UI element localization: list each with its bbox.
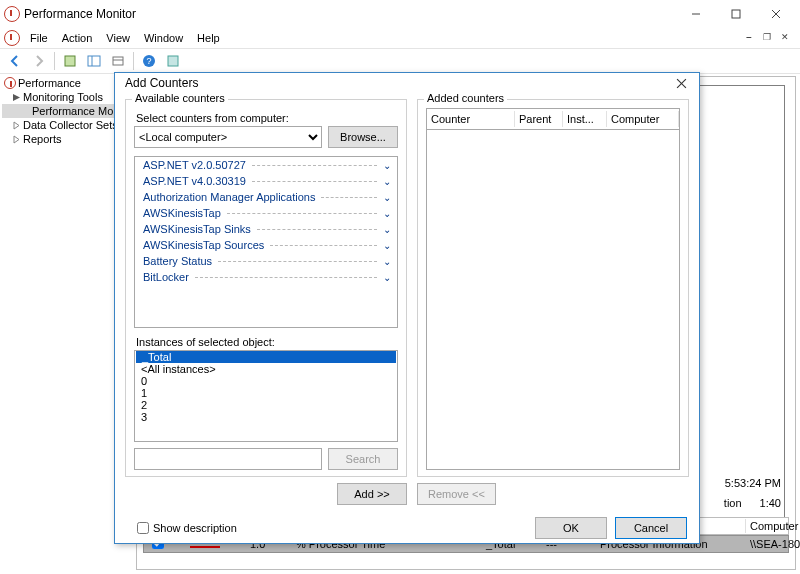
meta-row: tion1:40 [724,497,781,509]
window-controls [676,4,796,24]
collapse-icon[interactable] [12,93,21,102]
chart-area[interactable] [147,85,785,530]
extras-button[interactable] [162,50,184,72]
color-swatch [190,546,220,548]
counter-legend-table[interactable]: Show Color Scale Counter Instance Parent… [143,517,789,565]
svg-rect-7 [113,57,123,65]
action-button[interactable] [59,50,81,72]
menu-action[interactable]: Action [56,30,99,46]
tree-label: Reports [23,133,62,145]
svg-rect-11 [168,56,178,66]
table-row[interactable]: 1.0 % Processor Time _Total --- Processo… [143,535,789,553]
window-minimize[interactable] [676,4,716,24]
panel-button[interactable] [83,50,105,72]
svg-rect-1 [732,10,740,18]
properties-button[interactable] [107,50,129,72]
mdi-restore[interactable]: ❐ [758,29,776,45]
app-icon [4,6,20,22]
expand-icon[interactable] [12,121,21,130]
svg-text:?: ? [146,56,151,66]
help-button[interactable]: ? [138,50,160,72]
menu-window[interactable]: Window [138,30,189,46]
window-title: Performance Monitor [24,7,136,21]
tree-monitoring-tools[interactable]: Monitoring Tools [2,90,134,104]
menu-help[interactable]: Help [191,30,226,46]
app-icon-small [4,30,20,46]
tree-performance[interactable]: Performance [2,76,134,90]
svg-rect-4 [65,56,75,66]
svg-rect-5 [88,56,100,66]
window-close[interactable] [756,4,796,24]
window-titlebar: Performance Monitor [0,0,800,28]
tree-performance-monitor[interactable]: Performance Monitor [2,104,134,118]
window-maximize[interactable] [716,4,756,24]
tree-label: Performance [18,77,81,89]
menu-file[interactable]: File [24,30,54,46]
tree-label: Monitoring Tools [23,91,103,103]
menubar: File Action View Window Help [0,28,800,48]
expand-icon[interactable] [12,135,21,144]
workspace: Performance Monitoring Tools Performance… [0,74,800,574]
forward-button[interactable] [28,50,50,72]
nav-tree[interactable]: Performance Monitoring Tools Performance… [0,74,136,574]
back-button[interactable] [4,50,26,72]
time-labels: M5:53:24 PM [688,477,781,489]
mdi-minimize[interactable]: ‒ [740,29,758,45]
graph-panel: M5:53:24 PM tion1:40 Show Color Scale Co… [136,76,796,570]
menu-view[interactable]: View [100,30,136,46]
mdi-controls: ‒ ❐ ✕ [740,29,794,45]
tree-label: Data Collector Sets [23,119,118,131]
mdi-close[interactable]: ✕ [776,29,794,45]
toolbar: ? [0,48,800,74]
table-header: Show Color Scale Counter Instance Parent… [143,517,789,535]
tree-label: Performance Monitor [32,105,135,117]
tree-data-collector-sets[interactable]: Data Collector Sets [2,118,134,132]
tree-reports[interactable]: Reports [2,132,134,146]
show-checkbox[interactable] [152,537,164,549]
